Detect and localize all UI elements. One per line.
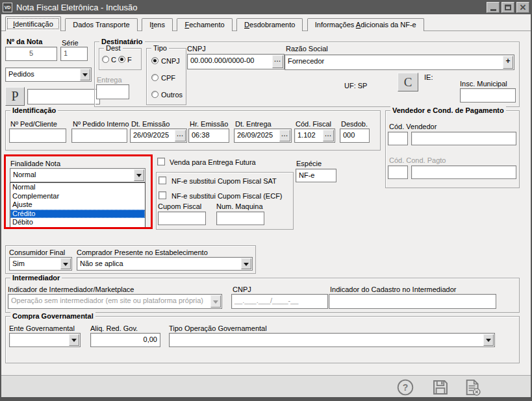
cond-pagto-code-field[interactable] (388, 165, 408, 179)
cnpj-browse-icon[interactable]: ... (272, 55, 283, 68)
tab-dados-transporte[interactable]: Dados Transporte (65, 18, 137, 31)
consumidor-final-label: Consumidor Final (9, 249, 65, 256)
cond-pagto-name-field[interactable] (411, 165, 516, 179)
insc-municipal-field[interactable] (460, 88, 516, 103)
numero-nota-field[interactable]: 5 (5, 47, 57, 61)
help-button[interactable]: ? (396, 378, 414, 396)
footer-bar: ? (1, 375, 531, 397)
finalidade-option-complementar[interactable]: Complementar (10, 192, 145, 201)
finalidade-option-ajuste[interactable]: Ajuste (10, 200, 145, 210)
razao-social-field[interactable]: Fornecedor + (285, 55, 514, 70)
comprador-presente-combobox[interactable]: Não se aplica (77, 257, 253, 271)
tipo-radio-cnpj[interactable] (151, 57, 158, 64)
consumidor-final-arrow-icon[interactable] (60, 258, 71, 269)
uf-text: UF: SP (344, 82, 367, 90)
save-button[interactable] (431, 378, 450, 396)
ped-cliente-field[interactable] (9, 128, 66, 143)
consumidor-final-combobox[interactable]: Sim (9, 257, 72, 271)
ente-governamental-label: Ente Governamental (9, 324, 75, 332)
comprador-presente-label: Comprador Presente no Estabelecimento (77, 249, 208, 256)
cod-fiscal-browse-icon[interactable]: ... (323, 130, 334, 141)
venda-entrega-futura-checkbox[interactable] (157, 158, 165, 165)
razao-social-value: Fornecedor (288, 57, 324, 65)
cod-fiscal-label: Cód. Fiscal (296, 120, 331, 128)
tab-fechamento[interactable]: Fechamento (177, 18, 232, 31)
finalidade-option-debito[interactable]: Débito (10, 218, 145, 227)
entrega-field[interactable] (96, 84, 129, 99)
cond-pagto-label: Cód. Cond. Pagto (389, 156, 446, 164)
pedido-interno-field[interactable] (71, 128, 127, 143)
c-button[interactable]: C (398, 73, 418, 91)
finalidade-label: Finalidade Nota (10, 160, 60, 167)
razao-social-label: Razão Social (286, 45, 328, 53)
close-button[interactable]: ✕ (516, 2, 529, 13)
pedidos-dropdown-arrow-icon[interactable] (80, 69, 90, 80)
pedidos-combobox[interactable]: Pedidos (5, 67, 92, 82)
tab-itens[interactable]: Itens (142, 18, 173, 31)
window-title: Nota Fiscal Eletrônica - Inclusão (16, 3, 137, 12)
cancel-document-icon (464, 378, 482, 396)
tab-desdobramento[interactable]: Desdobramento (236, 18, 303, 31)
tipo-radio-cpf-label: CPF (161, 74, 175, 82)
serie-field[interactable]: 1 (60, 47, 88, 61)
sat-checkbox[interactable] (158, 176, 166, 184)
cancel-document-button[interactable] (464, 378, 482, 396)
finalidade-dropdown-list: Normal Complementar Ajuste Crédito Débit… (10, 182, 146, 228)
dt-entrega-value: 26/09/2025 (237, 131, 273, 139)
dt-entrega-calendar-icon[interactable]: ... (279, 130, 290, 141)
dt-emissao-calendar-icon[interactable]: ... (175, 130, 186, 141)
indicador-intermediador-combobox[interactable]: Operação sem intermediador (em site ou p… (8, 294, 222, 309)
cod-vendedor-code-field[interactable] (388, 132, 408, 145)
ie-label: IE: (424, 73, 433, 81)
tab-identificacao[interactable]: Identificação (5, 16, 61, 31)
ecf-label: NF-e substitui Cupom Fiscal (ECF) (171, 192, 283, 200)
hr-emissao-label: Hr. Emissão (190, 120, 228, 128)
tipo-radio-cpf[interactable] (151, 74, 158, 81)
maximize-button[interactable] (501, 2, 514, 13)
indicador-cadastro-field[interactable] (329, 294, 496, 309)
vendedor-legend: Vendedor e Cond. de Pagamento (390, 106, 506, 114)
maximize-icon (505, 5, 511, 10)
tipo-operacao-arrow-icon[interactable] (483, 334, 494, 346)
cnpj-label: CNPJ (187, 45, 206, 53)
finalidade-dropdown-arrow-icon[interactable] (134, 169, 144, 181)
cod-fiscal-field[interactable]: 1.102 ... (294, 128, 335, 143)
tab-informacoes-adicionais[interactable]: Informações Adicionais da NF-e (307, 18, 424, 31)
dialog-client-area: Identificação Dados Transporte Itens Fec… (1, 14, 531, 397)
tipo-radio-outros[interactable] (151, 91, 158, 98)
num-maquina-label: Num. Maquina (216, 202, 263, 210)
ecf-checkbox[interactable] (158, 191, 166, 199)
dt-emissao-field[interactable]: 26/09/2025 ... (130, 128, 187, 143)
comprador-presente-value: Não se aplica (80, 260, 123, 267)
dt-entrega-field[interactable]: 26/09/2025 ... (234, 128, 292, 143)
close-icon: ✕ (520, 3, 527, 12)
help-icon: ? (396, 378, 414, 396)
ente-governamental-arrow-icon[interactable] (69, 334, 79, 346)
cupom-fiscal-field[interactable] (158, 212, 206, 225)
razao-social-add-icon[interactable]: + (503, 56, 513, 69)
cnpj-field[interactable]: 00.000.000/0000-00 ... (187, 54, 285, 69)
desdob-field[interactable]: 000 (340, 128, 370, 143)
dest-radio-c[interactable] (102, 56, 109, 63)
especie-field[interactable]: NF-e (296, 169, 336, 182)
dt-emissao-value: 26/09/2025 (133, 131, 169, 139)
num-maquina-field[interactable] (216, 212, 264, 225)
p-search-field[interactable] (27, 89, 100, 104)
comprador-presente-arrow-icon[interactable] (241, 258, 251, 269)
tipo-operacao-combobox[interactable] (169, 333, 495, 347)
finalidade-option-credito[interactable]: Crédito (10, 210, 145, 219)
hr-emissao-field[interactable]: 06:38 (188, 128, 229, 143)
finalidade-combobox[interactable]: Normal (10, 168, 146, 182)
minimize-button[interactable] (487, 2, 500, 13)
finalidade-option-normal[interactable]: Normal (10, 183, 145, 192)
especie-label: Espécie (296, 160, 322, 167)
ente-governamental-combobox[interactable] (9, 333, 81, 347)
cod-vendedor-name-field[interactable] (411, 132, 516, 145)
aliq-red-gov-field[interactable]: 0,00 (90, 333, 160, 347)
numero-nota-label: Nº da Nota (6, 38, 42, 45)
p-button[interactable]: P (5, 87, 25, 106)
desdob-label: Desdob. (341, 120, 368, 128)
dest-radio-f[interactable] (118, 56, 125, 63)
intermediador-cnpj-field[interactable]: __.___.___/____-__ (231, 294, 328, 309)
dest-radio-c-label: C (111, 56, 116, 64)
